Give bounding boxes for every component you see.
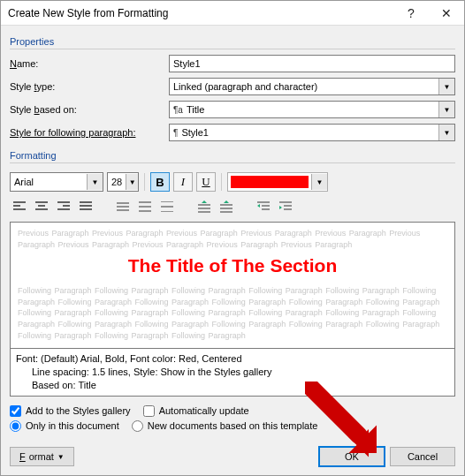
ok-button[interactable]: OK bbox=[319, 447, 385, 466]
chevron-down-icon: ▼ bbox=[311, 174, 327, 190]
indent-increase-button[interactable] bbox=[276, 197, 295, 216]
bold-button[interactable]: B bbox=[150, 172, 170, 192]
ghost-before: Previous Paragraph Previous Paragraph Pr… bbox=[18, 228, 447, 250]
style-description: Font: (Default) Arial, Bold, Font color:… bbox=[10, 349, 455, 397]
chevron-down-icon: ▼ bbox=[126, 174, 138, 190]
based-on-select[interactable]: ¶aTitle ▼ bbox=[169, 101, 455, 118]
align-center-button[interactable] bbox=[32, 197, 51, 216]
dialog-title: Create New Style from Formatting bbox=[8, 7, 393, 19]
format-button[interactable]: Format▼ bbox=[10, 447, 74, 466]
space-before-inc-button[interactable] bbox=[194, 197, 214, 216]
close-button[interactable]: ✕ bbox=[429, 1, 464, 26]
indent-decrease-button[interactable] bbox=[254, 197, 273, 216]
preview-pane: Previous Paragraph Previous Paragraph Pr… bbox=[10, 222, 455, 349]
align-right-button[interactable] bbox=[54, 197, 73, 216]
properties-label: Properties bbox=[10, 36, 455, 47]
following-select[interactable]: ¶Style1 ▼ bbox=[169, 124, 455, 141]
color-swatch bbox=[231, 176, 309, 188]
font-color-combo[interactable]: ▼ bbox=[227, 172, 328, 192]
based-on-label: Style based on: bbox=[10, 104, 169, 115]
formatting-label: Formatting bbox=[10, 150, 455, 161]
add-to-gallery-checkbox[interactable]: Add to the Styles gallery bbox=[10, 405, 131, 417]
create-style-dialog: Create New Style from Formatting ? ✕ Pro… bbox=[0, 0, 465, 476]
underline-button[interactable]: U bbox=[196, 172, 216, 192]
space-before-dec-button[interactable] bbox=[217, 197, 236, 216]
style-type-select[interactable]: Linked (paragraph and character) ▼ bbox=[169, 78, 455, 95]
titlebar: Create New Style from Formatting ? ✕ bbox=[1, 1, 464, 26]
italic-button[interactable]: I bbox=[173, 172, 193, 192]
chevron-down-icon: ▼ bbox=[438, 79, 454, 94]
name-label: Name: bbox=[10, 58, 169, 69]
paragraph-toolbar bbox=[10, 197, 455, 216]
spacing-2-button[interactable] bbox=[157, 197, 177, 216]
auto-update-checkbox[interactable]: Automatically update bbox=[143, 405, 249, 417]
chevron-down-icon: ▼ bbox=[438, 125, 454, 140]
align-left-button[interactable] bbox=[10, 197, 29, 216]
pilcrow-icon: ¶ bbox=[173, 128, 178, 138]
spacing-15-button[interactable] bbox=[135, 197, 155, 216]
chevron-down-icon: ▼ bbox=[87, 174, 103, 190]
new-docs-radio[interactable]: New documents based on this template bbox=[132, 420, 318, 432]
divider bbox=[10, 49, 455, 49]
size-combo[interactable]: 28 ▼ bbox=[107, 172, 139, 192]
pilcrow-icon: ¶a bbox=[173, 105, 183, 115]
chevron-down-icon: ▼ bbox=[438, 102, 454, 117]
preview-title: The Title of The Section bbox=[18, 255, 447, 276]
dialog-footer: Format▼ OK Cancel bbox=[1, 440, 464, 475]
align-justify-button[interactable] bbox=[76, 197, 95, 216]
ghost-after: Following Paragraph Following Paragraph … bbox=[18, 285, 447, 341]
options-group: Add to the Styles gallery Automatically … bbox=[10, 405, 455, 435]
following-label: Style for following paragraph: bbox=[10, 127, 169, 138]
help-button[interactable]: ? bbox=[393, 1, 429, 26]
only-this-doc-radio[interactable]: Only in this document bbox=[10, 420, 119, 432]
formatting-toolbar: Arial ▼ 28 ▼ B I U ▼ bbox=[10, 172, 455, 192]
name-input[interactable] bbox=[169, 55, 455, 72]
font-combo[interactable]: Arial ▼ bbox=[10, 172, 103, 192]
divider bbox=[10, 162, 455, 163]
cancel-button[interactable]: Cancel bbox=[390, 447, 455, 466]
spacing-1-button[interactable] bbox=[113, 197, 133, 216]
style-type-label: Style type: bbox=[10, 81, 169, 92]
